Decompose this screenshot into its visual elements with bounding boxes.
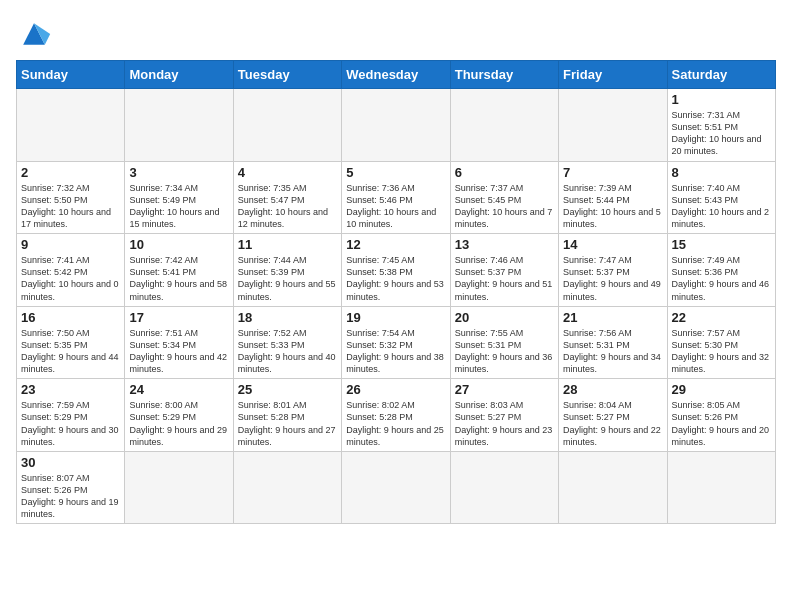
calendar-cell	[125, 451, 233, 524]
day-info: Sunrise: 8:04 AM Sunset: 5:27 PM Dayligh…	[563, 399, 662, 448]
calendar-cell: 1Sunrise: 7:31 AM Sunset: 5:51 PM Daylig…	[667, 89, 775, 162]
logo	[16, 16, 58, 52]
calendar-cell: 18Sunrise: 7:52 AM Sunset: 5:33 PM Dayli…	[233, 306, 341, 379]
calendar-cell: 27Sunrise: 8:03 AM Sunset: 5:27 PM Dayli…	[450, 379, 558, 452]
day-number: 1	[672, 92, 771, 107]
day-info: Sunrise: 7:55 AM Sunset: 5:31 PM Dayligh…	[455, 327, 554, 376]
calendar-cell	[17, 89, 125, 162]
day-number: 17	[129, 310, 228, 325]
calendar-cell	[667, 451, 775, 524]
day-info: Sunrise: 7:32 AM Sunset: 5:50 PM Dayligh…	[21, 182, 120, 231]
day-info: Sunrise: 7:40 AM Sunset: 5:43 PM Dayligh…	[672, 182, 771, 231]
day-info: Sunrise: 7:35 AM Sunset: 5:47 PM Dayligh…	[238, 182, 337, 231]
day-info: Sunrise: 8:03 AM Sunset: 5:27 PM Dayligh…	[455, 399, 554, 448]
calendar-cell: 25Sunrise: 8:01 AM Sunset: 5:28 PM Dayli…	[233, 379, 341, 452]
day-info: Sunrise: 7:45 AM Sunset: 5:38 PM Dayligh…	[346, 254, 445, 303]
col-header-thursday: Thursday	[450, 61, 558, 89]
day-number: 30	[21, 455, 120, 470]
col-header-tuesday: Tuesday	[233, 61, 341, 89]
calendar-cell: 6Sunrise: 7:37 AM Sunset: 5:45 PM Daylig…	[450, 161, 558, 234]
day-info: Sunrise: 8:00 AM Sunset: 5:29 PM Dayligh…	[129, 399, 228, 448]
col-header-sunday: Sunday	[17, 61, 125, 89]
day-info: Sunrise: 7:34 AM Sunset: 5:49 PM Dayligh…	[129, 182, 228, 231]
calendar-cell: 10Sunrise: 7:42 AM Sunset: 5:41 PM Dayli…	[125, 234, 233, 307]
calendar-cell	[125, 89, 233, 162]
calendar-cell: 22Sunrise: 7:57 AM Sunset: 5:30 PM Dayli…	[667, 306, 775, 379]
calendar-cell	[450, 451, 558, 524]
calendar-cell: 28Sunrise: 8:04 AM Sunset: 5:27 PM Dayli…	[559, 379, 667, 452]
day-number: 29	[672, 382, 771, 397]
day-number: 19	[346, 310, 445, 325]
calendar-cell: 14Sunrise: 7:47 AM Sunset: 5:37 PM Dayli…	[559, 234, 667, 307]
col-header-wednesday: Wednesday	[342, 61, 450, 89]
day-info: Sunrise: 8:07 AM Sunset: 5:26 PM Dayligh…	[21, 472, 120, 521]
calendar-cell	[559, 89, 667, 162]
calendar-cell	[450, 89, 558, 162]
calendar-cell: 23Sunrise: 7:59 AM Sunset: 5:29 PM Dayli…	[17, 379, 125, 452]
day-info: Sunrise: 8:05 AM Sunset: 5:26 PM Dayligh…	[672, 399, 771, 448]
day-number: 18	[238, 310, 337, 325]
calendar-cell: 7Sunrise: 7:39 AM Sunset: 5:44 PM Daylig…	[559, 161, 667, 234]
col-header-monday: Monday	[125, 61, 233, 89]
day-info: Sunrise: 8:02 AM Sunset: 5:28 PM Dayligh…	[346, 399, 445, 448]
day-info: Sunrise: 7:42 AM Sunset: 5:41 PM Dayligh…	[129, 254, 228, 303]
day-info: Sunrise: 7:39 AM Sunset: 5:44 PM Dayligh…	[563, 182, 662, 231]
calendar-cell: 2Sunrise: 7:32 AM Sunset: 5:50 PM Daylig…	[17, 161, 125, 234]
day-number: 6	[455, 165, 554, 180]
day-number: 26	[346, 382, 445, 397]
day-number: 22	[672, 310, 771, 325]
day-number: 2	[21, 165, 120, 180]
day-number: 14	[563, 237, 662, 252]
day-number: 20	[455, 310, 554, 325]
calendar-cell: 24Sunrise: 8:00 AM Sunset: 5:29 PM Dayli…	[125, 379, 233, 452]
calendar-cell: 11Sunrise: 7:44 AM Sunset: 5:39 PM Dayli…	[233, 234, 341, 307]
day-info: Sunrise: 7:57 AM Sunset: 5:30 PM Dayligh…	[672, 327, 771, 376]
calendar-cell	[233, 451, 341, 524]
calendar-cell: 4Sunrise: 7:35 AM Sunset: 5:47 PM Daylig…	[233, 161, 341, 234]
day-number: 16	[21, 310, 120, 325]
logo-icon	[16, 16, 52, 52]
calendar-cell: 21Sunrise: 7:56 AM Sunset: 5:31 PM Dayli…	[559, 306, 667, 379]
calendar-cell: 12Sunrise: 7:45 AM Sunset: 5:38 PM Dayli…	[342, 234, 450, 307]
week-row-4: 16Sunrise: 7:50 AM Sunset: 5:35 PM Dayli…	[17, 306, 776, 379]
calendar-cell: 26Sunrise: 8:02 AM Sunset: 5:28 PM Dayli…	[342, 379, 450, 452]
day-info: Sunrise: 7:50 AM Sunset: 5:35 PM Dayligh…	[21, 327, 120, 376]
day-number: 11	[238, 237, 337, 252]
day-info: Sunrise: 7:59 AM Sunset: 5:29 PM Dayligh…	[21, 399, 120, 448]
calendar-cell: 9Sunrise: 7:41 AM Sunset: 5:42 PM Daylig…	[17, 234, 125, 307]
day-number: 13	[455, 237, 554, 252]
day-info: Sunrise: 7:49 AM Sunset: 5:36 PM Dayligh…	[672, 254, 771, 303]
day-info: Sunrise: 7:44 AM Sunset: 5:39 PM Dayligh…	[238, 254, 337, 303]
day-info: Sunrise: 7:36 AM Sunset: 5:46 PM Dayligh…	[346, 182, 445, 231]
calendar-cell	[559, 451, 667, 524]
col-header-saturday: Saturday	[667, 61, 775, 89]
calendar: SundayMondayTuesdayWednesdayThursdayFrid…	[16, 60, 776, 524]
calendar-header-row: SundayMondayTuesdayWednesdayThursdayFrid…	[17, 61, 776, 89]
day-number: 25	[238, 382, 337, 397]
week-row-3: 9Sunrise: 7:41 AM Sunset: 5:42 PM Daylig…	[17, 234, 776, 307]
day-info: Sunrise: 7:41 AM Sunset: 5:42 PM Dayligh…	[21, 254, 120, 303]
week-row-1: 1Sunrise: 7:31 AM Sunset: 5:51 PM Daylig…	[17, 89, 776, 162]
calendar-cell: 13Sunrise: 7:46 AM Sunset: 5:37 PM Dayli…	[450, 234, 558, 307]
day-number: 24	[129, 382, 228, 397]
calendar-cell: 19Sunrise: 7:54 AM Sunset: 5:32 PM Dayli…	[342, 306, 450, 379]
col-header-friday: Friday	[559, 61, 667, 89]
day-number: 4	[238, 165, 337, 180]
day-number: 21	[563, 310, 662, 325]
calendar-cell: 15Sunrise: 7:49 AM Sunset: 5:36 PM Dayli…	[667, 234, 775, 307]
calendar-cell: 20Sunrise: 7:55 AM Sunset: 5:31 PM Dayli…	[450, 306, 558, 379]
day-info: Sunrise: 8:01 AM Sunset: 5:28 PM Dayligh…	[238, 399, 337, 448]
day-number: 27	[455, 382, 554, 397]
day-number: 15	[672, 237, 771, 252]
day-number: 9	[21, 237, 120, 252]
calendar-cell: 5Sunrise: 7:36 AM Sunset: 5:46 PM Daylig…	[342, 161, 450, 234]
day-number: 7	[563, 165, 662, 180]
day-info: Sunrise: 7:46 AM Sunset: 5:37 PM Dayligh…	[455, 254, 554, 303]
calendar-cell	[233, 89, 341, 162]
day-number: 10	[129, 237, 228, 252]
day-info: Sunrise: 7:51 AM Sunset: 5:34 PM Dayligh…	[129, 327, 228, 376]
day-info: Sunrise: 7:56 AM Sunset: 5:31 PM Dayligh…	[563, 327, 662, 376]
calendar-cell	[342, 451, 450, 524]
day-info: Sunrise: 7:54 AM Sunset: 5:32 PM Dayligh…	[346, 327, 445, 376]
week-row-6: 30Sunrise: 8:07 AM Sunset: 5:26 PM Dayli…	[17, 451, 776, 524]
